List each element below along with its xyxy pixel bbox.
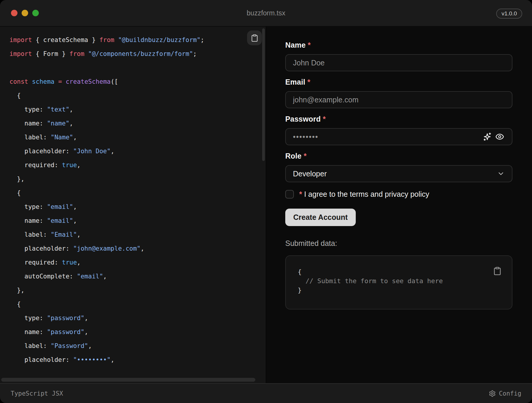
code-token: , <box>110 148 114 155</box>
name-label: Name * <box>285 41 512 49</box>
minimize-button[interactable] <box>22 10 28 16</box>
submitted-data-line: // Submit the form to see data here <box>298 276 500 286</box>
code-token: "email" <box>47 217 73 224</box>
code-token: label: <box>9 231 51 238</box>
role-selected-value: Developer <box>293 170 327 178</box>
code-token: { createSchema } <box>32 36 100 43</box>
code-token: ; <box>193 50 197 57</box>
email-input[interactable] <box>285 91 512 108</box>
code-line: placeholder: "••••••••", <box>9 353 266 367</box>
code-token: , <box>84 328 88 336</box>
required-asterisk: * <box>304 152 307 160</box>
code-line: autoComplete: "email", <box>9 270 266 283</box>
code-token: type: <box>9 203 47 210</box>
code-line: name: "name", <box>9 117 266 130</box>
main-split: import { createSchema } from "@buildnbuz… <box>0 27 532 383</box>
version-badge: v1.0.0 <box>496 9 522 19</box>
terms-label: * I agree to the terms and privacy polic… <box>299 190 429 199</box>
code-token: placeholder: <box>9 245 73 252</box>
code-token: { Form } <box>32 50 69 57</box>
password-label-text: Password <box>285 115 321 123</box>
code-token: "name" <box>47 120 69 127</box>
code-token: type: <box>9 315 47 322</box>
horizontal-scrollbar[interactable] <box>1 378 255 382</box>
email-field: Email * <box>285 78 512 108</box>
code-token: "john@example.com" <box>73 245 141 252</box>
code-token: { <box>9 301 21 308</box>
code-line: label: "Password", <box>9 339 266 353</box>
code-token: { <box>9 92 21 99</box>
code-token: "password" <box>47 315 84 322</box>
copy-code-button[interactable] <box>247 30 262 45</box>
email-label: Email * <box>285 78 512 86</box>
submitted-data-box: { // Submit the form to see data here} <box>285 255 512 309</box>
code-line <box>9 61 266 75</box>
close-button[interactable] <box>11 10 17 16</box>
code-token: from <box>99 36 114 43</box>
code-token: createSchema <box>66 78 111 85</box>
code-token: placeholder: <box>9 356 73 363</box>
code-token: import <box>9 36 32 43</box>
code-line: name: "password", <box>9 325 266 339</box>
role-select[interactable]: Developer <box>285 165 512 182</box>
role-label-text: Role <box>285 152 302 160</box>
code-token: "John Doe" <box>73 148 110 155</box>
code-line: type: "email", <box>9 200 266 214</box>
code-token: "@/components/buzzform/form" <box>88 50 193 57</box>
zoom-button[interactable] <box>32 10 39 16</box>
code-token <box>84 50 88 57</box>
submitted-data-line: } <box>298 286 500 295</box>
code-token: autoComplete: <box>9 273 77 280</box>
code-token: , <box>88 342 92 349</box>
code-line: label: "Name", <box>9 130 266 144</box>
code-editor-panel: import { createSchema } from "@buildnbuz… <box>0 27 266 383</box>
code-token: }, <box>9 287 25 294</box>
config-button[interactable]: Config <box>489 390 521 397</box>
code-token: "@buildnbuzz/buzzform" <box>118 36 201 43</box>
password-input[interactable] <box>286 129 481 145</box>
name-input[interactable] <box>285 54 512 71</box>
titlebar: buzzform.tsx v1.0.0 <box>0 0 532 27</box>
submitted-data-line: { <box>298 267 500 276</box>
code-content: import { createSchema } from "@buildnbuz… <box>9 33 266 367</box>
language-indicator: TypeScript JSX <box>11 390 63 397</box>
code-line: }, <box>9 283 266 297</box>
copy-output-button[interactable] <box>493 267 502 276</box>
required-asterisk: * <box>307 78 310 86</box>
code-line: }, <box>9 172 266 186</box>
code-token: const <box>9 78 28 85</box>
code-token: "email" <box>77 273 103 280</box>
code-token: ; <box>201 36 204 43</box>
generate-password-button[interactable] <box>481 130 493 143</box>
code-token <box>62 78 66 85</box>
code-token: ([ <box>110 78 118 85</box>
vertical-scrollbar[interactable] <box>262 28 265 161</box>
code-token: "Email" <box>51 231 77 238</box>
code-token: , <box>73 203 77 210</box>
code-token: "••••••••" <box>73 356 110 363</box>
code-token: name: <box>9 217 47 224</box>
terms-checkbox[interactable] <box>285 190 294 199</box>
code-line: required: true, <box>9 256 266 270</box>
create-account-button[interactable]: Create Account <box>285 209 356 226</box>
terms-label-text: I agree to the terms and privacy policy <box>304 190 429 198</box>
code-token <box>28 78 32 85</box>
code-token: import <box>9 50 32 57</box>
code-token: , <box>73 217 77 224</box>
config-label: Config <box>499 390 521 397</box>
status-bar: TypeScript JSX Config <box>0 383 532 403</box>
code-line: required: true, <box>9 158 266 172</box>
code-token: required: <box>9 162 62 169</box>
window-title: buzzform.tsx <box>0 9 532 17</box>
code-line: import { Form } from "@/components/buzzf… <box>9 47 266 61</box>
code-token: name: <box>9 120 47 127</box>
code-line: import { createSchema } from "@buildnbuz… <box>9 33 266 47</box>
code-token: = <box>58 78 62 85</box>
window-controls <box>11 10 39 16</box>
code-token: , <box>141 245 145 252</box>
code-token: "text" <box>47 106 69 113</box>
toggle-password-visibility-button[interactable] <box>493 130 506 143</box>
submitted-data-content: { // Submit the form to see data here} <box>298 267 500 295</box>
terms-row: * I agree to the terms and privacy polic… <box>285 190 512 199</box>
sparkles-icon <box>483 132 492 141</box>
